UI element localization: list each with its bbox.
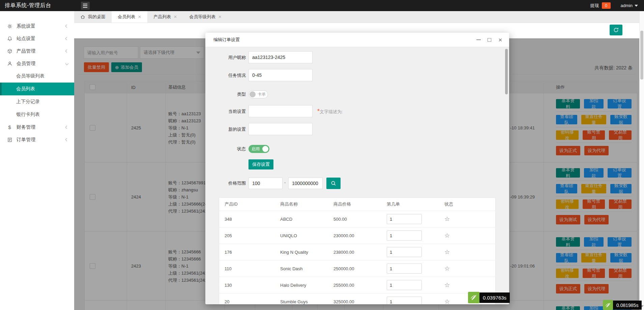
order-number-input[interactable]	[387, 297, 422, 304]
product-id: 176	[219, 250, 275, 255]
page-scrollbar-thumb[interactable]	[640, 31, 643, 80]
nickname-input[interactable]	[248, 51, 313, 63]
close-icon[interactable]: ✕	[174, 14, 177, 19]
top-bar: 排单系统-管理后台 提现 0 admin	[0, 0, 644, 11]
product-row: 20 Stumble Guys 325000.00 ☆	[219, 293, 495, 304]
tab-member-list[interactable]: 会员列表 ✕	[112, 11, 147, 23]
price-min-input[interactable]	[248, 178, 283, 189]
tab-product-list[interactable]: 产品列表 ✕	[147, 11, 183, 23]
withdraw-badge: 0	[602, 2, 611, 9]
product-id: 20	[219, 299, 275, 304]
product-price: 325000.00	[328, 299, 381, 304]
star-icon[interactable]: ☆	[444, 216, 450, 222]
sidebar-item-order-management[interactable]: 订单管理	[0, 133, 74, 146]
hamburger-menu-icon[interactable]	[81, 2, 90, 10]
trace-time: 0.039763s	[479, 292, 510, 303]
product-price: 250000.00	[328, 266, 381, 271]
current-setting-label: 当前设置	[205, 108, 246, 115]
user-menu[interactable]: admin	[621, 3, 638, 8]
product-row: 205 UNIQLO 230000.00 ☆	[219, 227, 495, 244]
star-icon[interactable]: ☆	[444, 232, 450, 239]
new-setting-label: 新的设置	[205, 126, 246, 132]
product-price: 255000.00	[328, 283, 381, 288]
home-icon	[80, 14, 85, 20]
type-label: 类型	[205, 91, 246, 97]
sidebar-item-member-list[interactable]: 会员列表	[0, 83, 74, 95]
product-price: 230000.00	[328, 233, 381, 238]
order-number-input[interactable]	[387, 230, 422, 241]
sidebar: 系统设置 站点设置 产品管理 会员管理 会员等级列表 会员列表 上下分记录	[0, 11, 74, 310]
edit-order-settings-modal: 编辑订单设置 ✕ 用户昵称 任务情况 类型 卡单 当前设置 *文字描述为: 新的…	[205, 33, 509, 304]
trace-time: 0.081985s	[613, 301, 642, 310]
order-number-input[interactable]	[387, 264, 422, 274]
modal-scrollbar-thumb[interactable]	[505, 49, 508, 94]
save-settings-button[interactable]: 保存设置	[248, 159, 273, 169]
product-name: Stumble Guys	[275, 299, 328, 304]
product-table-header: 产品ID 商品名称 商品价格 第几单 状态	[219, 198, 495, 211]
gear-icon	[7, 23, 12, 29]
star-icon[interactable]: ☆	[444, 249, 450, 255]
price-max-input[interactable]	[288, 178, 323, 189]
trace-badge-modal: 0.039763s	[468, 292, 510, 303]
tab-bar: 我的桌面 会员列表 ✕ 产品列表 ✕ 会员等级列表 ✕	[74, 11, 639, 23]
product-name: ABCD	[275, 217, 328, 222]
page-scrollbar[interactable]	[639, 11, 644, 310]
new-setting-input[interactable]	[248, 123, 313, 135]
chevron-left-icon	[65, 138, 69, 142]
star-icon[interactable]: ☆	[444, 298, 450, 304]
product-id: 130	[219, 283, 275, 288]
price-search-button[interactable]	[326, 178, 341, 189]
withdraw-link[interactable]: 提现 0	[590, 2, 611, 9]
chevron-left-icon	[65, 25, 69, 28]
tab-my-desktop[interactable]: 我的桌面	[74, 11, 112, 23]
order-icon	[7, 137, 12, 143]
sidebar-item-product-management[interactable]: 产品管理	[0, 45, 74, 57]
card-order-toggle[interactable]: 卡单	[248, 90, 268, 98]
chevron-left-icon	[65, 37, 69, 40]
close-icon[interactable]: ✕	[498, 37, 502, 42]
sidebar-item-system-settings[interactable]: 系统设置	[0, 20, 74, 32]
chevron-left-icon	[65, 50, 69, 53]
user-icon	[7, 61, 12, 66]
star-icon[interactable]: ☆	[444, 282, 450, 288]
app-title: 排单系统-管理后台	[5, 2, 51, 9]
tab-member-level-list[interactable]: 会员等级列表 ✕	[183, 11, 228, 23]
product-row: 176 King N Quality 238000.00 ☆	[219, 244, 495, 260]
product-row: 110 Sonic Dash 250000.00 ☆	[219, 260, 495, 277]
star-icon[interactable]: ☆	[444, 265, 450, 272]
close-icon[interactable]: ✕	[138, 14, 141, 19]
product-price: 500.00	[328, 217, 381, 222]
current-setting-input[interactable]	[248, 105, 313, 117]
product-row: 130 Halo Delivery 255000.00 ☆	[219, 277, 495, 293]
chevron-down-icon	[65, 62, 69, 65]
product-table: 产品ID 商品名称 商品价格 第几单 状态 348 ABCD 500.00 ☆ …	[219, 197, 496, 304]
task-status-input[interactable]	[248, 69, 313, 81]
product-name: UNIQLO	[275, 233, 328, 238]
product-name: Halo Delivery	[275, 283, 328, 288]
enable-toggle[interactable]: 启用	[248, 145, 269, 153]
sidebar-item-finance-management[interactable]: $ 财务管理	[0, 121, 74, 133]
sidebar-item-member-level-list[interactable]: 会员等级列表	[0, 70, 74, 83]
toggle-knob	[262, 146, 268, 152]
minimize-icon[interactable]	[476, 39, 481, 40]
order-number-input[interactable]	[387, 247, 422, 257]
price-range-label: 价格范围	[205, 180, 246, 186]
trace-icon[interactable]	[603, 300, 613, 310]
maximize-icon[interactable]	[488, 38, 491, 42]
search-icon	[330, 180, 336, 186]
chevron-left-icon	[65, 126, 69, 129]
trace-icon[interactable]	[468, 292, 479, 303]
order-number-input[interactable]	[387, 280, 422, 290]
sidebar-item-score-records[interactable]: 上下分记录	[0, 95, 74, 108]
username: admin	[621, 3, 633, 8]
order-number-input[interactable]	[387, 214, 422, 224]
sidebar-item-member-management[interactable]: 会员管理	[0, 57, 74, 70]
sidebar-item-bank-card-list[interactable]: 银行卡列表	[0, 108, 74, 121]
toggle-knob	[250, 91, 256, 97]
page: 排单系统-管理后台 提现 0 admin 系统设置 站点设置	[0, 0, 644, 310]
product-id: 205	[219, 233, 275, 238]
sidebar-item-site-settings[interactable]: 站点设置	[0, 32, 74, 45]
refresh-button[interactable]	[610, 25, 622, 35]
close-icon[interactable]: ✕	[218, 14, 222, 19]
product-name: Sonic Dash	[275, 266, 328, 271]
